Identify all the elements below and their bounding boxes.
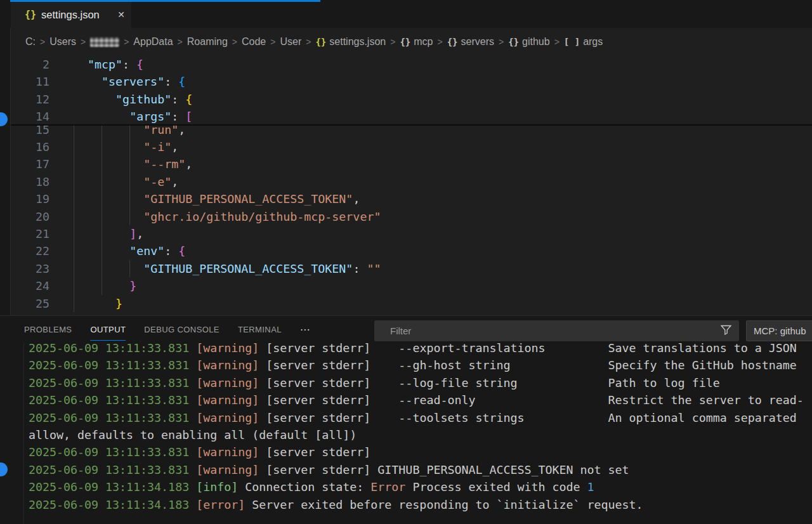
log-segment: allow, defaults to enabling all (default… (29, 428, 357, 442)
chevron-right-icon: > (178, 37, 183, 47)
chevron-right-icon: > (40, 37, 45, 47)
log-segment (189, 498, 196, 511)
log-segment: [server stderr] --export-translations Sa… (266, 343, 796, 355)
active-tab-accent-line (10, 0, 320, 2)
code-line[interactable]: 23"GITHUB_PERSONAL_ACCESS_TOKEN": "" (0, 260, 812, 278)
log-segment (259, 358, 266, 372)
code-content: "GITHUB_PERSONAL_ACCESS_TOKEN", (143, 192, 360, 206)
breadcrumb-item-github[interactable]: {}github (508, 36, 549, 48)
log-segment (259, 463, 266, 476)
log-segment (189, 411, 196, 424)
token: : (164, 75, 178, 88)
filter-funnel-icon[interactable] (721, 325, 731, 337)
editor-left-edge (0, 28, 11, 315)
code-line[interactable]: 20"ghcr.io/github/github-mcp-server" (0, 208, 812, 226)
output-filter-input[interactable] (374, 320, 739, 341)
code-content: ], (129, 227, 143, 240)
breadcrumb-item-c-[interactable]: C: (25, 36, 36, 48)
symbol-icon: {} (315, 37, 326, 47)
log-segment: [server stderr] --read-only Restrict the… (266, 393, 803, 407)
log-line: 2025-06-09 13:11:34.183 [error] Server e… (29, 496, 812, 513)
chevron-right-icon: > (306, 37, 311, 47)
chevron-right-icon: > (554, 37, 560, 47)
log-segment: 2025-06-09 13:11:33.831 (29, 393, 189, 407)
code-content: "--rm", (143, 157, 192, 171)
code-content: } (115, 297, 122, 310)
token: "ghcr.io/github/github-mcp-server" (143, 210, 381, 223)
breadcrumb-item-mcp[interactable]: {}mcp (400, 36, 433, 48)
token: , (185, 157, 192, 171)
code-line[interactable]: 2"mcp": { (0, 56, 812, 74)
token: : (171, 93, 185, 106)
breadcrumb-item-servers[interactable]: {}servers (447, 36, 494, 48)
indent-guide (129, 260, 130, 277)
breadcrumb-item-username-redacted[interactable] (90, 37, 119, 47)
symbol-icon: {} (447, 37, 458, 47)
code-editor[interactable]: 15"run",16"-i",17"--rm",18"-e",19"GITHUB… (0, 56, 812, 315)
log-segment: [server stderr] --gh-host string Specify… (266, 358, 796, 372)
code-line[interactable]: 16"-i", (0, 138, 812, 156)
token: "-i" (143, 140, 171, 154)
code-line[interactable]: 12"github": { (0, 91, 812, 108)
token: , (136, 227, 143, 240)
token: "servers" (102, 75, 164, 88)
breadcrumb-item-roaming[interactable]: Roaming (187, 36, 228, 48)
breadcrumb-item-settings-json[interactable]: {}settings.json (315, 36, 386, 48)
breadcrumb-item-args[interactable]: [ ]args (564, 36, 603, 48)
log-segment (259, 411, 266, 424)
breadcrumb-label: github (522, 36, 550, 48)
panel-tab-output[interactable]: OUTPUT (90, 316, 126, 343)
panel-tab-problems[interactable]: PROBLEMS (24, 316, 72, 343)
code-line[interactable]: 14"args": [ (0, 108, 812, 126)
panel-tab-terminal[interactable]: TERMINAL (238, 316, 282, 343)
tab-settings-json[interactable]: {} settings.json ✕ (11, 0, 131, 28)
log-segment: [server stderr] --toolsets strings An op… (266, 411, 796, 424)
code-line[interactable]: 21], (0, 225, 812, 243)
breadcrumb-item-code[interactable]: Code (242, 36, 266, 48)
code-line[interactable]: 11"servers": { (0, 73, 812, 91)
log-segment (189, 393, 196, 407)
panel-tab-debug-console[interactable]: DEBUG CONSOLE (144, 316, 219, 343)
log-segment: Process exited with code (405, 480, 587, 494)
chevron-right-icon: > (124, 37, 129, 47)
log-segment (189, 376, 196, 390)
code-line[interactable]: 17"--rm", (0, 155, 812, 173)
log-segment (189, 445, 196, 459)
log-segment (189, 463, 196, 476)
log-segment: 2025-06-09 13:11:33.831 (29, 376, 189, 390)
token: , (353, 192, 360, 206)
chevron-right-icon: > (81, 37, 86, 47)
close-icon[interactable]: ✕ (117, 10, 125, 20)
breadcrumb-item-appdata[interactable]: AppData (133, 36, 173, 48)
code-line[interactable]: 18"-e", (0, 173, 812, 191)
token: "GITHUB_PERSONAL_ACCESS_TOKEN" (143, 262, 353, 275)
code-line[interactable]: 25} (0, 295, 812, 313)
code-line[interactable]: 22"env": { (0, 242, 812, 260)
breadcrumb-item-user[interactable]: User (280, 36, 301, 48)
more-actions-icon[interactable]: ⋯ (300, 324, 311, 336)
token: [ (185, 110, 192, 123)
log-segment (259, 393, 266, 407)
log-segment: Server exited before responding to `init… (245, 498, 643, 511)
token: : (122, 58, 136, 71)
log-segment (259, 376, 266, 390)
chevron-right-icon: > (390, 37, 395, 47)
log-line: 2025-06-09 13:11:33.831 [warning] [serve… (29, 343, 812, 357)
log-segment: 2025-06-09 13:11:33.831 (29, 411, 189, 424)
sticky-scroll[interactable]: 2"mcp": {11"servers": {12"github": {14"a… (0, 56, 812, 126)
breadcrumb-label: C: (25, 36, 36, 48)
log-segment: [server stderr] GITHUB_PERSONAL_ACCESS_T… (266, 463, 629, 476)
log-segment: [warning] (196, 411, 259, 424)
token: } (129, 279, 136, 292)
breadcrumb-item-users[interactable]: Users (49, 36, 76, 48)
code-line[interactable]: 24} (0, 277, 812, 295)
log-segment (189, 358, 196, 372)
log-segment: 2025-06-09 13:11:33.831 (29, 343, 189, 355)
log-line: 2025-06-09 13:11:33.831 [warning] [serve… (29, 391, 812, 409)
output-channel-select[interactable]: MCP: github (746, 320, 812, 341)
breadcrumb-label: Code (242, 36, 266, 48)
panel-tab-bar: PROBLEMSOUTPUTDEBUG CONSOLETERMINAL⋯ (0, 316, 311, 343)
token: "-e" (143, 175, 171, 188)
code-line[interactable]: 19"GITHUB_PERSONAL_ACCESS_TOKEN", (0, 190, 812, 208)
indent-guide (74, 126, 74, 312)
